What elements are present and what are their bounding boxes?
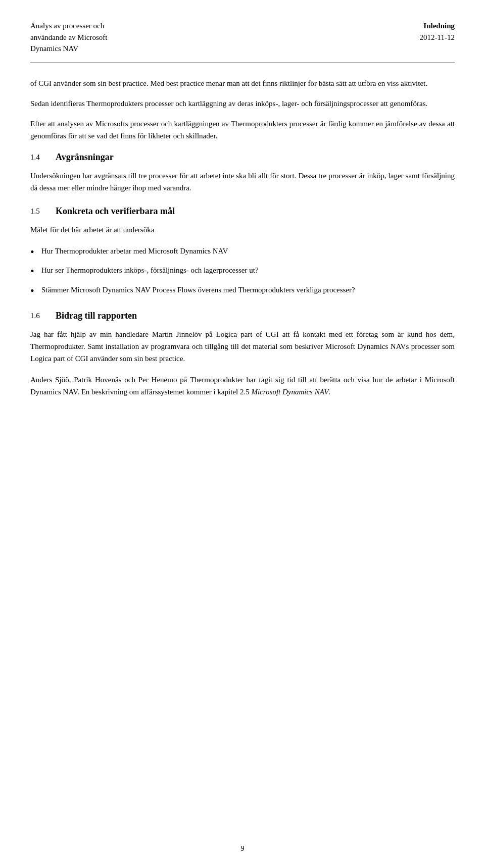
section-1-4-heading-row: 1.4 Avgränsningar <box>30 151 455 164</box>
bullet-icon: • <box>30 245 41 260</box>
section-1-6-para2-suffix: . <box>328 388 330 396</box>
header-left-line2: användande av Microsoft <box>30 32 107 43</box>
section-1-4-title: Avgränsningar <box>56 151 114 164</box>
bullet-icon: • <box>30 264 41 279</box>
header-title: Inledning <box>420 20 455 32</box>
section-1-5: 1.5 Konkreta och verifierbara mål Målet … <box>30 205 455 298</box>
page-number: 9 <box>241 845 245 853</box>
header-date: 2012-11-12 <box>420 32 455 43</box>
section-1-6-body: Jag har fått hjälp av min handledare Mar… <box>30 328 455 398</box>
list-item: • Hur ser Thermoprodukters inköps-, förs… <box>30 264 455 279</box>
section-1-5-heading-row: 1.5 Konkreta och verifierbara mål <box>30 205 455 218</box>
intro-para1: of CGI använder som sin best practice. M… <box>30 77 455 89</box>
section-1-5-title: Konkreta och verifierbara mål <box>56 205 175 218</box>
section-1-4-number: 1.4 <box>30 151 56 163</box>
section-1-6: 1.6 Bidrag till rapporten Jag har fått h… <box>30 310 455 398</box>
section-1-6-para2-prefix: Anders Sjöö, Patrik Hovenäs och Per Hene… <box>30 376 455 396</box>
header-left-line1: Analys av processer och <box>30 20 107 32</box>
section-1-5-intro: Målet för det här arbetet är att undersö… <box>30 224 455 236</box>
section-1-5-body: Målet för det här arbetet är att undersö… <box>30 224 455 298</box>
bullet-icon: • <box>30 284 41 298</box>
header-right: Inledning 2012-11-12 <box>420 20 455 43</box>
bullet-text-1: Hur Thermoprodukter arbetar med Microsof… <box>41 245 455 257</box>
intro-para3: Efter att analysen av Microsofts process… <box>30 118 455 142</box>
section-1-6-heading-row: 1.6 Bidrag till rapporten <box>30 310 455 322</box>
section-1-4-para1: Undersökningen har avgränsats till tre p… <box>30 170 455 194</box>
section-1-5-bullets: • Hur Thermoprodukter arbetar med Micros… <box>30 245 455 298</box>
header-divider <box>30 63 455 63</box>
section-1-6-para1: Jag har fått hjälp av min handledare Mar… <box>30 328 455 365</box>
bullet-text-2: Hur ser Thermoprodukters inköps-, försäl… <box>41 264 455 276</box>
main-content: of CGI använder som sin best practice. M… <box>0 77 485 398</box>
section-1-4: 1.4 Avgränsningar Undersökningen har avg… <box>30 151 455 194</box>
page-header: Analys av processer och användande av Mi… <box>0 0 485 63</box>
section-1-6-para2-italic: Microsoft Dynamics NAV <box>251 388 328 396</box>
header-left-line3: Dynamics NAV <box>30 43 107 55</box>
list-item: • Hur Thermoprodukter arbetar med Micros… <box>30 245 455 260</box>
list-item: • Stämmer Microsoft Dynamics NAV Process… <box>30 284 455 298</box>
bullet-text-3: Stämmer Microsoft Dynamics NAV Process F… <box>41 284 455 296</box>
page: Analys av processer och användande av Mi… <box>0 0 485 868</box>
intro-para2: Sedan identifieras Thermoprodukters proc… <box>30 97 455 110</box>
section-1-6-number: 1.6 <box>30 310 56 322</box>
section-1-6-para2: Anders Sjöö, Patrik Hovenäs och Per Hene… <box>30 374 455 398</box>
section-1-6-title: Bidrag till rapporten <box>56 310 137 322</box>
section-1-5-number: 1.5 <box>30 205 56 217</box>
section-1-4-body: Undersökningen har avgränsats till tre p… <box>30 170 455 194</box>
header-left: Analys av processer och användande av Mi… <box>30 20 107 55</box>
